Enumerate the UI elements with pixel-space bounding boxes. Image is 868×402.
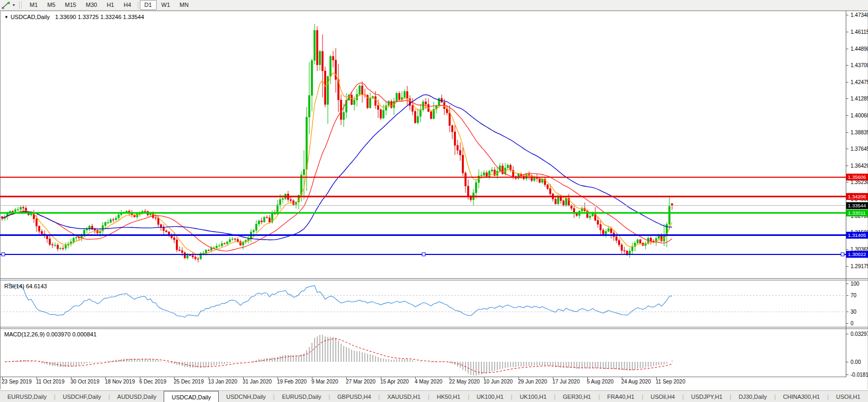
chart-tab-uk100-h1[interactable]: UK100,H1 xyxy=(512,391,554,402)
svg-text:22 May 2020: 22 May 2020 xyxy=(449,379,480,385)
svg-text:18 Nov 2019: 18 Nov 2019 xyxy=(105,379,135,385)
price-badge: 1.33544 xyxy=(846,202,868,209)
chart-tab-usoil-h1[interactable]: USOil,H1 xyxy=(829,391,868,402)
chart-tab-usdjpy-h1[interactable]: USDJPY,H1 xyxy=(684,391,730,402)
svg-text:1.36420: 1.36420 xyxy=(851,163,868,169)
svg-text:1.41285: 1.41285 xyxy=(851,96,868,102)
svg-text:1.33011: 1.33011 xyxy=(848,210,866,216)
line-handle[interactable] xyxy=(2,253,5,256)
svg-text:24 Aug 2020: 24 Aug 2020 xyxy=(621,379,651,385)
svg-text:23 Sep 2019: 23 Sep 2019 xyxy=(2,379,32,385)
chart-tab-usoil-h4[interactable]: USOil,H4 xyxy=(643,391,683,402)
svg-text:1.44890: 1.44890 xyxy=(851,46,868,52)
timeframe-button-d1[interactable]: D1 xyxy=(140,0,157,10)
svg-text:1.47340: 1.47340 xyxy=(851,12,868,18)
svg-text:11 Oct 2019: 11 Oct 2019 xyxy=(36,379,65,385)
chart-tab-usdchf-daily[interactable]: USDCHF,Daily xyxy=(56,391,109,402)
svg-text:0: 0 xyxy=(851,321,854,326)
price-badge: 1.33011 xyxy=(846,209,868,216)
chart-tab-ger30-h1[interactable]: GER30,H1 xyxy=(556,391,598,402)
svg-text:-0.018154: -0.018154 xyxy=(851,372,868,378)
chart-frame xyxy=(0,11,868,389)
svg-text:70: 70 xyxy=(851,293,857,298)
svg-text:1.30022: 1.30022 xyxy=(848,251,866,257)
chart-area: 1.473401.461151.448901.437001.424751.412… xyxy=(0,11,868,389)
svg-text:1.43700: 1.43700 xyxy=(851,62,868,68)
svg-text:29 Jun 2020: 29 Jun 2020 xyxy=(518,379,547,385)
svg-text:100: 100 xyxy=(851,281,860,287)
timeframe-button-h4[interactable]: H4 xyxy=(119,0,136,10)
svg-text:5 Aug 2020: 5 Aug 2020 xyxy=(587,379,614,385)
svg-text:0.00: 0.00 xyxy=(851,359,861,365)
chart-tab-uk100-h1[interactable]: UK100,H1 xyxy=(469,391,511,402)
chart-tab-gbpusd-h4[interactable]: GBPUSD,H4 xyxy=(330,391,379,402)
price-badge: 1.31405 xyxy=(846,232,868,239)
svg-text:15 Apr 2020: 15 Apr 2020 xyxy=(380,379,409,385)
timeframe-button-h1[interactable]: H1 xyxy=(102,0,119,10)
drawing-tools-icon[interactable] xyxy=(1,1,11,10)
svg-text:1.46115: 1.46115 xyxy=(851,29,868,35)
svg-text:1.34206: 1.34206 xyxy=(848,194,866,199)
mt4-window: ▾ M1M5M15M30H1H4D1W1MN 1.473401.461151.4… xyxy=(0,0,868,402)
timeframe-button-m5[interactable]: M5 xyxy=(42,0,60,10)
svg-text:1.35606: 1.35606 xyxy=(848,174,866,180)
svg-text:4 May 2020: 4 May 2020 xyxy=(415,379,443,385)
chart-tab-fra40-h1[interactable]: FRA40,H1 xyxy=(600,391,642,402)
dropdown-caret-icon[interactable]: ▾ xyxy=(11,3,17,7)
chart-tab-eurusd-daily[interactable]: EURUSD,Daily xyxy=(0,391,54,402)
timeframe-button-m15[interactable]: M15 xyxy=(60,0,81,10)
svg-text:1.42475: 1.42475 xyxy=(851,79,868,85)
svg-text:11 Sep 2020: 11 Sep 2020 xyxy=(656,379,685,385)
svg-text:19 Feb 2020: 19 Feb 2020 xyxy=(277,379,307,385)
timeframe-button-w1[interactable]: W1 xyxy=(157,0,175,10)
svg-text:6 Dec 2019: 6 Dec 2019 xyxy=(139,379,167,385)
chart-canvas[interactable]: 1.473401.461151.448901.437001.424751.412… xyxy=(0,11,868,389)
line-handle[interactable] xyxy=(422,253,425,256)
svg-text:30 Oct 2019: 30 Oct 2019 xyxy=(70,379,100,385)
svg-text:10 Jun 2020: 10 Jun 2020 xyxy=(484,379,513,385)
price-badge: 1.30022 xyxy=(846,251,868,258)
price-badge: 1.34206 xyxy=(846,193,868,200)
chart-tab-usdcad-daily[interactable]: USDCAD,Daily xyxy=(164,391,219,402)
chart-tab-china300-h1[interactable]: CHINA300,H1 xyxy=(776,391,828,402)
chart-tab-xauusd-h1[interactable]: XAUUSD,H1 xyxy=(380,391,428,402)
svg-text:31 Jan 2020: 31 Jan 2020 xyxy=(243,379,272,385)
chart-tab-audusd-daily[interactable]: AUDUSD,Daily xyxy=(110,391,164,402)
chart-tab-eurusd-daily[interactable]: EURUSD,Daily xyxy=(274,391,328,402)
svg-text:1.31405: 1.31405 xyxy=(848,232,866,238)
chart-tab-hk50-h1[interactable]: HK50,H1 xyxy=(429,391,468,402)
svg-text:27 Mar 2020: 27 Mar 2020 xyxy=(346,379,376,385)
timeframe-button-mn[interactable]: MN xyxy=(175,0,193,10)
price-badge: 1.35606 xyxy=(846,173,868,180)
svg-text:1.40060: 1.40060 xyxy=(851,113,868,118)
timeframe-button-m30[interactable]: M30 xyxy=(81,0,102,10)
svg-text:1.38835: 1.38835 xyxy=(851,130,868,135)
svg-text:25 Dec 2019: 25 Dec 2019 xyxy=(174,379,204,385)
svg-text:17 Jul 2020: 17 Jul 2020 xyxy=(552,379,580,385)
svg-text:0.032972: 0.032972 xyxy=(851,331,868,337)
timeframe-button-m1[interactable]: M1 xyxy=(25,0,42,10)
svg-text:9 Mar 2020: 9 Mar 2020 xyxy=(311,379,338,385)
line-handle[interactable] xyxy=(841,253,844,256)
svg-text:1.33544: 1.33544 xyxy=(848,203,866,208)
timeframe-toolbar: ▾ M1M5M15M30H1H4D1W1MN xyxy=(0,0,868,11)
svg-text:1.37645: 1.37645 xyxy=(851,146,868,152)
svg-text:30: 30 xyxy=(851,309,857,315)
chart-tab-usdcnh-daily[interactable]: USDCNH,Daily xyxy=(219,391,273,402)
chart-tab-dj30-daily[interactable]: DJ30,Daily xyxy=(731,391,774,402)
toolbar-separator xyxy=(138,2,138,9)
svg-text:13 Jan 2020: 13 Jan 2020 xyxy=(208,379,237,385)
svg-text:1.29175: 1.29175 xyxy=(851,263,868,269)
symbol-tabbar: EURUSD,Daily|USDCHF,Daily|AUDUSD,DailyUS… xyxy=(0,390,868,402)
toolbar-grip-handle[interactable] xyxy=(19,2,22,8)
